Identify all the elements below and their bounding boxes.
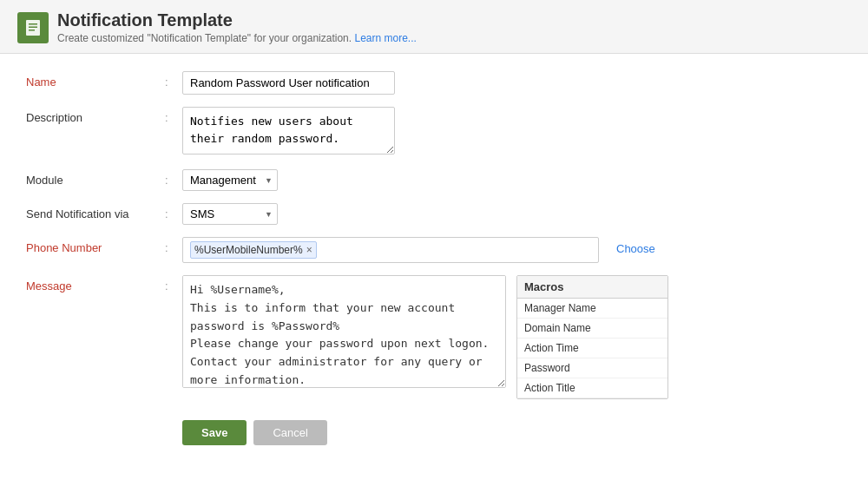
message-label: Message [26,275,165,293]
svg-rect-2 [29,26,37,28]
list-item[interactable]: Password [517,358,667,378]
name-colon: : [165,71,182,89]
phone-row-inner: %UserMobileNumber% × Choose [182,237,668,263]
module-select-wrapper: Management HR IT Finance [182,169,278,191]
send-notification-field: SMS Email Push [182,203,668,225]
form-actions: Save Cancel [26,420,842,445]
svg-rect-3 [29,30,35,31]
list-item[interactable]: Action Title [517,378,667,398]
phone-tag: %UserMobileNumber% × [190,241,317,259]
description-colon: : [165,107,182,124]
description-field: Notifies new users about their random pa… [182,107,668,157]
save-button[interactable]: Save [182,420,247,445]
page-title: Notification Template [57,10,417,30]
module-select[interactable]: Management HR IT Finance [182,169,278,191]
phone-number-label: Phone Number [26,237,165,254]
message-field: Hi %Username%, This is to inform that yo… [182,275,668,399]
name-row: Name : [26,71,842,95]
list-item[interactable]: Manager Name [517,299,667,319]
name-input[interactable] [182,71,395,95]
list-item[interactable]: Domain Name [517,319,667,339]
description-label: Description [26,107,165,124]
svg-rect-1 [29,23,37,25]
send-notification-colon: : [165,203,182,220]
module-label: Module [26,169,165,187]
phone-number-field: %UserMobileNumber% × Choose [182,237,668,263]
message-colon: : [165,275,182,293]
description-row: Description : Notifies new users about t… [26,107,842,157]
page-icon [17,12,49,43]
phone-tag-input[interactable]: %UserMobileNumber% × [182,237,599,263]
module-row: Module : Management HR IT Finance [26,169,842,191]
phone-tag-close[interactable]: × [306,245,312,255]
message-row: Message : Hi %Username%, This is to info… [26,275,842,399]
form-content: Name : Description : Notifies new users … [0,54,868,471]
macros-panel: Macros Manager Name Domain Name Action T… [516,275,668,399]
send-notification-label: Send Notification via [26,203,165,220]
message-row-inner: Hi %Username%, This is to inform that yo… [182,275,668,399]
name-label: Name [26,71,165,89]
list-item[interactable]: Action Time [517,339,667,358]
page-header: Notification Template Create customized … [0,0,868,54]
macros-list: Manager Name Domain Name Action Time Pas… [517,299,667,398]
learn-more-link[interactable]: Learn more... [354,32,416,44]
header-text: Notification Template Create customized … [57,10,417,44]
choose-link[interactable]: Choose [616,237,655,255]
module-field: Management HR IT Finance [182,169,668,191]
module-colon: : [165,169,182,187]
phone-tag-text: %UserMobileNumber% [194,244,303,256]
cancel-button[interactable]: Cancel [253,420,326,445]
phone-number-row: Phone Number : %UserMobileNumber% × Choo… [26,237,842,263]
form-section: Name : Description : Notifies new users … [26,71,842,399]
send-notification-row: Send Notification via : SMS Email Push [26,203,842,225]
send-notification-select[interactable]: SMS Email Push [182,203,278,225]
message-input[interactable]: Hi %Username%, This is to inform that yo… [182,275,506,388]
send-notification-select-wrapper: SMS Email Push [182,203,278,225]
description-input[interactable]: Notifies new users about their random pa… [182,107,395,154]
page-subtitle: Create customized "Notification Template… [57,32,417,44]
phone-number-colon: : [165,237,182,254]
document-icon [23,18,43,37]
macros-title: Macros [517,276,667,299]
page-wrapper: Notification Template Create customized … [0,0,868,493]
name-field [182,71,668,95]
